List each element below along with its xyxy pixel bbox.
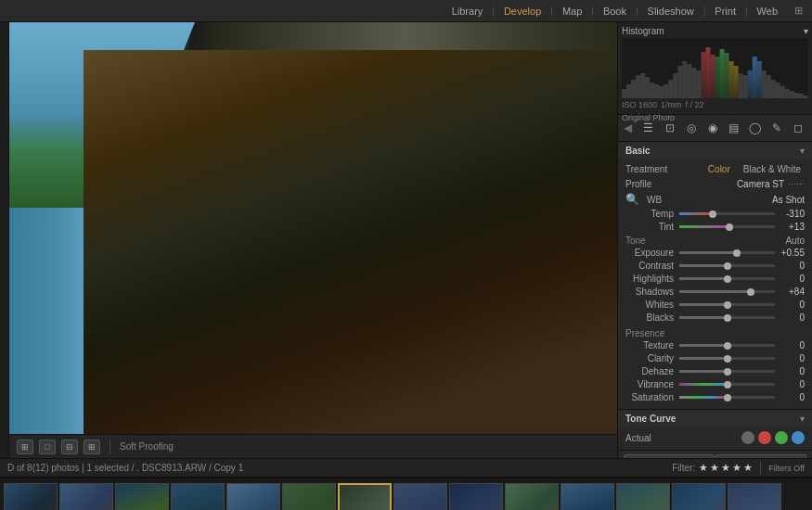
filmstrip-thumb-6[interactable] bbox=[282, 483, 336, 510]
star-5[interactable]: ★ bbox=[743, 462, 753, 474]
compare-view-btn[interactable]: ⊟ bbox=[61, 440, 78, 454]
nav-map[interactable]: Map bbox=[555, 4, 589, 19]
svg-rect-11 bbox=[673, 73, 677, 98]
previous-button[interactable]: Previous bbox=[624, 454, 715, 458]
soft-proofing-label: Soft Proofing bbox=[120, 441, 174, 452]
filmstrip-thumb-5[interactable] bbox=[226, 483, 280, 510]
shadows-row: Shadows +84 bbox=[625, 287, 805, 297]
nav-library[interactable]: Library bbox=[445, 4, 491, 19]
vibrance-slider[interactable] bbox=[679, 383, 775, 386]
profile-row: Profile Camera ST ⋯⋯ bbox=[625, 179, 805, 189]
svg-rect-39 bbox=[804, 96, 808, 98]
filmstrip-thumb-3[interactable] bbox=[115, 483, 169, 510]
temp-row: Temp -310 bbox=[625, 209, 805, 219]
nav-slideshow[interactable]: Slideshow bbox=[640, 4, 702, 19]
svg-rect-36 bbox=[790, 91, 794, 98]
back-arrow-icon[interactable]: ◀ bbox=[624, 121, 632, 134]
svg-rect-14 bbox=[687, 64, 691, 98]
star-2[interactable]: ★ bbox=[710, 462, 719, 474]
highlights-slider[interactable] bbox=[679, 277, 775, 280]
vibrance-label: Vibrance bbox=[625, 379, 679, 389]
contrast-slider[interactable] bbox=[679, 264, 775, 267]
svg-rect-24 bbox=[734, 66, 739, 98]
filmstrip-thumb-4[interactable] bbox=[171, 483, 225, 510]
breadcrumb-bar: D of 8(12) photos | 1 selected / . DSC89… bbox=[0, 458, 812, 477]
treatment-buttons: Color Black & White bbox=[704, 163, 805, 175]
nav-book[interactable]: Book bbox=[596, 4, 634, 19]
filmstrip-thumb-11[interactable] bbox=[561, 483, 614, 510]
identity-plate-icon: ⊞ bbox=[794, 5, 803, 17]
filmstrip-thumb-8[interactable] bbox=[393, 483, 447, 510]
left-panel bbox=[0, 22, 9, 458]
tone-curve-panel: Tone Curve ▾ Actual bbox=[618, 410, 812, 451]
tone-label: Tone bbox=[625, 236, 646, 246]
saturation-slider[interactable] bbox=[679, 396, 775, 399]
temp-label: Temp bbox=[625, 209, 679, 219]
treatment-color-btn[interactable]: Color bbox=[704, 163, 734, 175]
filmstrip-thumb-7-selected[interactable] bbox=[338, 483, 392, 510]
curve-channel-green[interactable] bbox=[775, 431, 788, 444]
whites-slider[interactable] bbox=[679, 303, 775, 306]
curve-channel-all[interactable] bbox=[741, 431, 754, 444]
nav-print[interactable]: Print bbox=[707, 4, 743, 19]
histogram-arrow[interactable]: ▾ bbox=[804, 26, 808, 36]
svg-rect-3 bbox=[636, 75, 640, 98]
nav-web[interactable]: Web bbox=[750, 4, 785, 19]
tone-auto-btn[interactable]: Auto bbox=[785, 236, 805, 246]
tone-curve-title: Tone Curve bbox=[625, 414, 676, 424]
curve-channel-red[interactable] bbox=[758, 431, 771, 444]
star-4[interactable]: ★ bbox=[732, 462, 741, 474]
tint-slider[interactable] bbox=[679, 225, 775, 228]
star-3[interactable]: ★ bbox=[721, 462, 730, 474]
clarity-slider[interactable] bbox=[679, 357, 775, 360]
treatment-bw-btn[interactable]: Black & White bbox=[740, 163, 805, 175]
temp-slider[interactable] bbox=[679, 212, 775, 215]
tone-curve-header[interactable]: Tone Curve ▾ bbox=[618, 410, 812, 427]
survey-view-btn[interactable]: ⊞ bbox=[84, 440, 100, 454]
svg-rect-9 bbox=[664, 84, 668, 98]
svg-rect-31 bbox=[767, 75, 771, 98]
highlights-label: Highlights bbox=[625, 274, 679, 284]
svg-rect-2 bbox=[631, 80, 636, 98]
loupe-view-btn[interactable]: □ bbox=[39, 440, 56, 454]
filmstrip-thumb-1[interactable] bbox=[4, 483, 58, 510]
filmstrip-thumb-12[interactable] bbox=[616, 483, 670, 510]
exposure-row: Exposure +0.55 bbox=[625, 248, 805, 258]
texture-row: Texture 0 bbox=[625, 340, 805, 351]
reset-button[interactable]: Reset bbox=[715, 454, 806, 458]
svg-rect-0 bbox=[622, 89, 626, 98]
dehaze-slider[interactable] bbox=[679, 370, 775, 373]
texture-slider[interactable] bbox=[679, 344, 775, 347]
top-nav: Library | Develop | Map | Book | Slidesh… bbox=[0, 0, 812, 22]
grid-view-btn[interactable]: ⊞ bbox=[17, 440, 33, 454]
filmstrip-thumb-14[interactable] bbox=[728, 483, 781, 510]
whites-row: Whites 0 bbox=[625, 300, 805, 310]
profile-dots: ⋯⋯ bbox=[788, 180, 805, 189]
svg-rect-18 bbox=[705, 47, 710, 98]
filmstrip-thumb-10[interactable] bbox=[505, 483, 559, 510]
vibrance-value: 0 bbox=[775, 379, 805, 389]
svg-rect-25 bbox=[739, 73, 743, 98]
blacks-slider[interactable] bbox=[679, 316, 775, 319]
basic-panel: Basic ▾ Treatment Color Black & White Pr… bbox=[618, 142, 812, 410]
presence-label: Presence bbox=[625, 328, 664, 338]
filmstrip-thumb-2[interactable] bbox=[59, 483, 113, 510]
filmstrip-thumb-13[interactable] bbox=[672, 483, 726, 510]
exposure-slider[interactable] bbox=[679, 251, 775, 254]
star-1[interactable]: ★ bbox=[699, 462, 708, 474]
filmstrip-thumb-9[interactable] bbox=[449, 483, 503, 510]
shadows-slider[interactable] bbox=[679, 290, 775, 293]
histogram-canvas bbox=[622, 38, 808, 98]
basic-panel-header[interactable]: Basic ▾ bbox=[618, 142, 812, 159]
eyedropper-icon[interactable]: 🔍 bbox=[625, 193, 639, 206]
svg-rect-5 bbox=[645, 77, 650, 98]
blacks-value: 0 bbox=[775, 312, 805, 323]
iso-value: ISO 1600 bbox=[622, 100, 657, 109]
clarity-value: 0 bbox=[775, 353, 805, 363]
wb-value[interactable]: As Shot bbox=[772, 195, 805, 205]
nav-develop[interactable]: Develop bbox=[496, 4, 548, 19]
curve-channel-blue[interactable] bbox=[792, 431, 805, 444]
contrast-label: Contrast bbox=[625, 261, 679, 271]
exposure-label: Exposure bbox=[625, 248, 679, 258]
whites-value: 0 bbox=[775, 300, 805, 310]
